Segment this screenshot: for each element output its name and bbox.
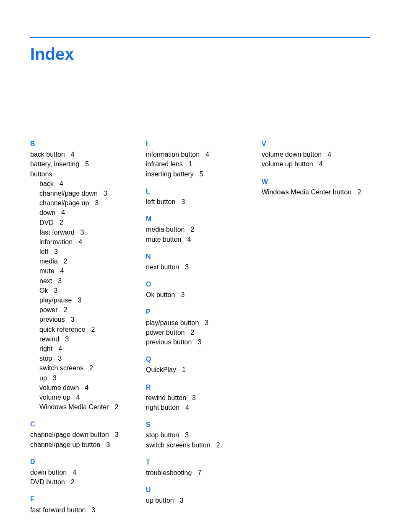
index-entry-label: previous button bbox=[146, 338, 192, 346]
section-letter: M bbox=[146, 214, 254, 224]
index-subentry-label: play/pause bbox=[39, 297, 72, 304]
index-subentry-label: right bbox=[39, 345, 52, 352]
section-letter: Q bbox=[146, 354, 254, 364]
index-subentry-label: down bbox=[39, 209, 55, 216]
index-subentry-page: 4 bbox=[76, 393, 80, 402]
index-subentry: channel/page down3 bbox=[30, 189, 138, 198]
index-entry-label: inserting battery bbox=[146, 170, 194, 178]
index-subentry-label: quick reference bbox=[39, 326, 85, 333]
index-entry-page: 3 bbox=[115, 430, 119, 439]
index-subentry-page: 4 bbox=[60, 266, 64, 276]
document-page: Index Bback button4battery, inserting5bu… bbox=[0, 0, 400, 532]
index-entry: mute button4 bbox=[146, 235, 254, 244]
section-letter: U bbox=[146, 485, 254, 495]
index-entry-page: 2 bbox=[71, 477, 75, 487]
index-subentry-label: back bbox=[39, 180, 54, 187]
index-entry-page: 3 bbox=[192, 393, 196, 403]
section-letter: F bbox=[30, 494, 138, 504]
index-entry: rewind button3 bbox=[146, 393, 254, 403]
index-section: Pplay/pause button3power button2previous… bbox=[146, 307, 254, 347]
index-section: Vvolume down button4volume up button4 bbox=[262, 139, 370, 169]
index-entry-label: channel/page down button bbox=[30, 431, 109, 438]
index-entry: infrared lens1 bbox=[146, 159, 254, 169]
index-subentry: stop3 bbox=[30, 354, 138, 363]
index-entry: power button2 bbox=[146, 328, 254, 337]
index-subentry-label: volume down bbox=[39, 384, 79, 391]
index-entry-page: 4 bbox=[205, 150, 209, 159]
index-subentry: channel/page up3 bbox=[30, 198, 138, 208]
index-subentry-label: channel/page up bbox=[39, 199, 89, 207]
index-subentry-page: 3 bbox=[70, 315, 74, 324]
header-rule bbox=[30, 37, 370, 38]
index-section: Ttroubleshooting7 bbox=[146, 457, 254, 478]
index-subentry-page: 3 bbox=[78, 295, 81, 305]
index-subentry-page: 3 bbox=[54, 286, 57, 295]
index-entry-page: 7 bbox=[197, 468, 201, 478]
index-entry-page: 3 bbox=[181, 197, 185, 207]
index-entry: up button3 bbox=[146, 496, 254, 505]
index-subentry-label: media bbox=[39, 258, 58, 265]
index-entry: switch screens button2 bbox=[146, 440, 254, 450]
section-letter: C bbox=[30, 419, 138, 429]
index-entry-label: back button bbox=[30, 151, 65, 158]
index-subentry: Ok3 bbox=[30, 286, 138, 295]
index-subentry: media2 bbox=[30, 256, 138, 266]
index-subentry-label: volume up bbox=[39, 394, 70, 401]
index-subentry: down4 bbox=[30, 208, 138, 217]
index-entry-page: 3 bbox=[185, 430, 189, 440]
index-column: Vvolume down button4volume up button4WWi… bbox=[262, 139, 370, 522]
section-letter: R bbox=[146, 382, 254, 392]
index-subentry-page: 4 bbox=[60, 179, 63, 189]
index-subentry-page: 2 bbox=[64, 305, 68, 315]
index-entry-label: troubleshooting bbox=[146, 469, 192, 476]
index-entry: media button2 bbox=[146, 225, 254, 234]
index-entry-label: next button bbox=[146, 263, 179, 271]
index-entry-label: media button bbox=[146, 226, 185, 233]
index-entry-page: 4 bbox=[327, 150, 331, 159]
index-entry-label: volume down button bbox=[262, 151, 322, 158]
index-entry-label: channel/page up button bbox=[30, 441, 100, 448]
index-subentry-page: 3 bbox=[95, 198, 99, 208]
index-section: QQuickPlay1 bbox=[146, 354, 254, 374]
index-subentry-page: 4 bbox=[85, 383, 88, 393]
index-entry-page: 1 bbox=[182, 365, 186, 374]
index-subentry: information4 bbox=[30, 237, 138, 247]
index-subentry-label: Windows Media Center bbox=[39, 403, 109, 411]
index-subentry: power2 bbox=[30, 305, 138, 315]
index-entry: down button4 bbox=[30, 467, 138, 477]
index-entry-page: 4 bbox=[73, 467, 76, 477]
index-entry-label: buttons bbox=[30, 170, 52, 178]
index-subentry-page: 2 bbox=[64, 256, 68, 266]
section-letter: N bbox=[146, 252, 254, 261]
index-subentry-label: DVD bbox=[39, 219, 54, 226]
index-subentry: right4 bbox=[30, 344, 138, 354]
index-entry-label: fast forward button bbox=[30, 506, 86, 514]
index-subentry: quick reference2 bbox=[30, 325, 138, 334]
index-entry-page: 3 bbox=[185, 262, 189, 272]
index-entry-page: 2 bbox=[216, 440, 220, 450]
index-entry-label: up button bbox=[146, 497, 174, 504]
index-subentry-label: Ok bbox=[39, 287, 48, 294]
index-columns: Bback button4battery, inserting5buttonsb… bbox=[30, 139, 370, 522]
index-section: Bback button4battery, inserting5buttonsb… bbox=[30, 139, 138, 412]
index-section: WWindows Media Center button2 bbox=[262, 177, 370, 197]
index-entry-label: volume up button bbox=[262, 160, 313, 168]
index-entry: left button3 bbox=[146, 197, 254, 207]
index-entry: information button4 bbox=[146, 150, 254, 159]
index-entry-label: switch screens button bbox=[146, 442, 210, 449]
index-entry-label: right button bbox=[146, 404, 179, 411]
index-subentry: mute4 bbox=[30, 266, 138, 276]
index-section: Cchannel/page down button3channel/page u… bbox=[30, 419, 138, 449]
section-letter: T bbox=[146, 457, 254, 467]
index-entry-page: 4 bbox=[185, 403, 189, 412]
index-entry-label: mute button bbox=[146, 236, 182, 243]
index-subentry: fast forward3 bbox=[30, 227, 138, 237]
index-subentry-page: 3 bbox=[65, 334, 69, 344]
index-entry: channel/page down button3 bbox=[30, 430, 138, 439]
index-entry-page: 2 bbox=[357, 187, 361, 197]
section-letter: W bbox=[262, 177, 370, 186]
index-entry-label: down button bbox=[30, 469, 67, 476]
index-entry: troubleshooting7 bbox=[146, 468, 254, 478]
index-section: Sstop button3switch screens button2 bbox=[146, 420, 254, 450]
index-entry: play/pause button3 bbox=[146, 318, 254, 328]
